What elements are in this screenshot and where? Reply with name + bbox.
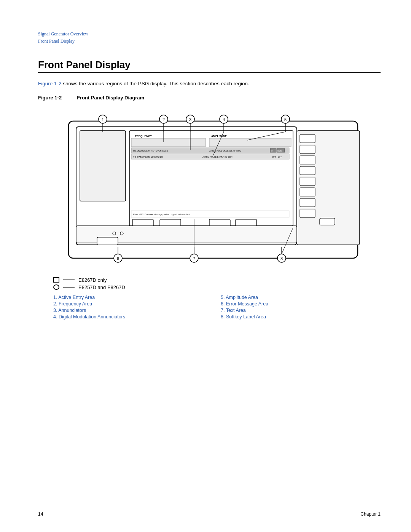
legend-label-1: E8267D only	[78, 277, 107, 283]
svg-text:MOD: MOD	[277, 150, 282, 152]
svg-text:T  S   SWEEP  EXT1 LO  EXT2 LO: T S SWEEP EXT1 LO EXT2 LO	[133, 156, 163, 158]
breadcrumb-line1: Signal Generator Overview	[38, 30, 88, 38]
figure-label: Figure 1-2	[38, 95, 62, 101]
svg-text:5: 5	[284, 117, 287, 122]
page-title: Front Panel Display	[38, 59, 381, 73]
svg-text:3: 3	[189, 117, 191, 122]
svg-rect-6	[131, 138, 206, 147]
list-column-1: 1. Active Entry Area 2. Frequency Area 3…	[53, 295, 198, 321]
svg-text:7: 7	[193, 256, 195, 261]
legend-label-2: E8257D and E8267D	[78, 284, 125, 290]
breadcrumb-line2: Front Panel Display	[38, 38, 88, 45]
svg-text:6: 6	[117, 256, 119, 261]
svg-text:Error -222: Data out of range;: Error -222: Data out of range; value cli…	[133, 213, 191, 216]
legend-item-1: E8267D only	[53, 277, 381, 283]
front-panel-diagram: FREQUENCY AMPLITUDE R L UNLOCK EXT REF O…	[46, 106, 373, 270]
footer-chapter: Chapter 1	[360, 511, 381, 517]
figure-caption: Figure 1-2 Front Panel Display Diagram	[38, 95, 381, 101]
svg-point-39	[120, 232, 123, 235]
svg-rect-27	[300, 166, 315, 175]
list-item-3: 3. Annunciators	[53, 308, 198, 313]
legend-line-2	[63, 287, 75, 288]
svg-text:2: 2	[162, 117, 165, 122]
numbered-list-container: 1. Active Entry Area 2. Frequency Area 3…	[53, 295, 365, 321]
svg-text:1: 1	[102, 117, 104, 122]
breadcrumb: Signal Generator Overview Front Panel Di…	[38, 30, 88, 45]
page-footer: 14 Chapter 1	[38, 509, 381, 517]
diagram-container: FREQUENCY AMPLITUDE R L UNLOCK EXT REF O…	[38, 106, 381, 270]
svg-rect-29	[300, 188, 315, 196]
figure-title: Front Panel Display Diagram	[77, 95, 144, 101]
svg-rect-31	[300, 209, 315, 217]
list-column-2: 5. Amplitude Area 6. Error Message Area …	[221, 295, 365, 321]
svg-text:R  L   UNLOCK  EXT REF  OVEN C: R L UNLOCK EXT REF OVEN COLD	[133, 150, 168, 152]
svg-text:RF: RF	[271, 150, 273, 152]
body-paragraph: Figure 1-2 shows the various regions of …	[38, 80, 381, 88]
svg-rect-28	[300, 177, 315, 185]
list-item-4: 4. Digital Modulation Annunciators	[53, 314, 198, 320]
legend-square-icon	[53, 277, 59, 283]
figure-link[interactable]: Figure 1-2	[38, 81, 62, 86]
legend-circle-icon	[53, 284, 59, 290]
list-col2: 5. Amplitude Area 6. Error Message Area …	[221, 295, 365, 320]
legend-line-1	[63, 280, 75, 280]
legend-item-2: E8257D and E8267D	[53, 284, 381, 290]
svg-text:ATTEN HOLD  UNLEVEL   RF   MOD: ATTEN HOLD UNLEVEL RF MOD	[209, 150, 241, 152]
list-item-5: 5. Amplitude Area	[221, 295, 365, 300]
page-container: Signal Generator Overview Front Panel Di…	[0, 0, 411, 532]
legend-section: E8267D only E8257D and E8267D	[53, 277, 381, 290]
svg-rect-26	[300, 156, 315, 164]
list-item-6: 6. Error Message Area	[221, 301, 365, 307]
svg-text:8: 8	[280, 256, 283, 261]
list-item-2: 2. Frequency Area	[53, 301, 198, 307]
svg-rect-32	[320, 218, 335, 225]
list-item-1: 1. Active Entry Area	[53, 295, 198, 300]
svg-text:FREQUENCY: FREQUENCY	[135, 135, 152, 138]
list-col1: 1. Active Entry Area 2. Frequency Area 3…	[53, 295, 198, 320]
svg-text:AM  FM  PULSE  ENVLP  I/Q  ERR: AM FM PULSE ENVLP I/Q ERR	[202, 156, 233, 158]
svg-text:OFF: OFF	[272, 156, 277, 158]
svg-rect-30	[300, 198, 315, 207]
svg-point-38	[113, 232, 116, 235]
list-item-7: 7. Text Area	[221, 308, 365, 313]
svg-rect-40	[97, 237, 118, 245]
svg-rect-25	[300, 145, 315, 153]
svg-rect-2	[80, 131, 126, 201]
footer-page-number: 14	[38, 511, 43, 517]
svg-text:4: 4	[223, 117, 225, 122]
list-item-8: 8. Softkey Label Area	[221, 314, 365, 320]
svg-text:OFF: OFF	[278, 156, 282, 158]
svg-rect-24	[300, 134, 315, 143]
svg-text:AMPLITUDE: AMPLITUDE	[211, 135, 227, 137]
